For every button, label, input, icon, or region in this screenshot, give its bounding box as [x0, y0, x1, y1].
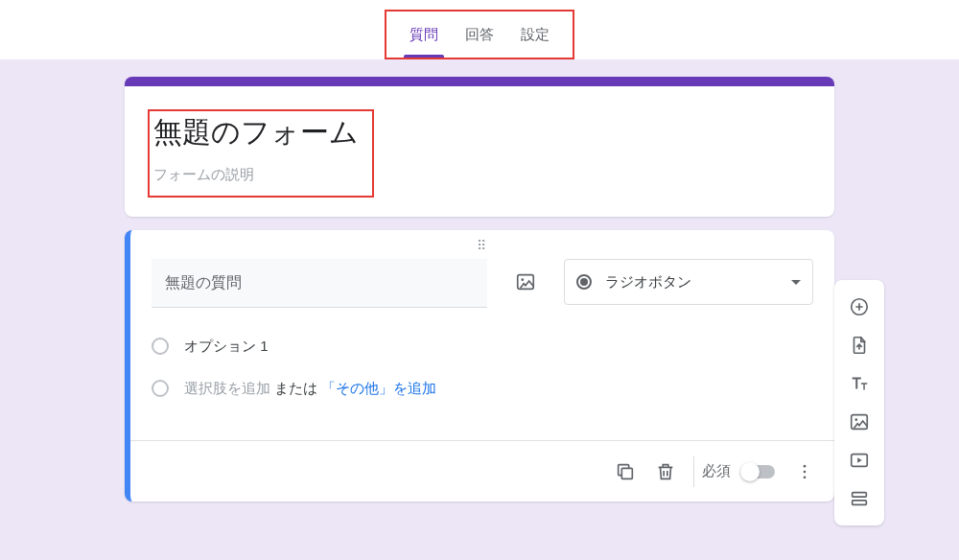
option-row[interactable]: オプション 1 [152, 325, 813, 367]
tab-settings[interactable]: 設定 [507, 12, 563, 58]
form-canvas: 無題のフォーム フォームの説明 ⠿ ラジオボタン オプション 1 選択肢を [0, 59, 959, 560]
add-question-button[interactable] [840, 288, 878, 326]
svg-rect-7 [852, 415, 868, 430]
duplicate-button[interactable] [605, 452, 645, 492]
drag-handle-icon[interactable]: ⠿ [130, 238, 834, 255]
or-text: または [274, 380, 317, 398]
import-file-icon [849, 335, 870, 356]
svg-point-4 [804, 470, 807, 473]
more-vert-icon [795, 462, 814, 481]
add-title-button[interactable] [840, 364, 878, 403]
question-top-row: ラジオボタン [130, 255, 834, 308]
svg-point-3 [804, 464, 807, 467]
question-title-input[interactable] [152, 259, 487, 308]
svg-rect-11 [853, 501, 867, 505]
separator [693, 456, 694, 487]
svg-rect-10 [853, 493, 867, 498]
tab-label: 回答 [465, 26, 494, 44]
video-icon [849, 450, 870, 471]
question-card[interactable]: ⠿ ラジオボタン オプション 1 選択肢を追加 または 「その他」を追加 [125, 230, 834, 502]
delete-button[interactable] [645, 452, 686, 492]
svg-point-8 [854, 418, 857, 421]
add-other-link[interactable]: 「その他」を追加 [321, 380, 436, 398]
tab-label: 設定 [521, 26, 550, 44]
title-tt-icon [849, 373, 870, 394]
radio-outline-icon [152, 380, 169, 397]
tab-questions[interactable]: 質問 [396, 12, 452, 58]
image-icon [515, 271, 536, 292]
trash-icon [655, 461, 676, 482]
type-select-label: ラジオボタン [605, 273, 791, 292]
required-label: 必須 [702, 462, 731, 480]
tab-label: 質問 [409, 26, 438, 44]
form-header-card[interactable]: 無題のフォーム フォームの説明 [125, 77, 834, 217]
required-toggle[interactable] [740, 465, 775, 478]
add-option-row: 選択肢を追加 または 「その他」を追加 [152, 367, 813, 409]
top-tabs-bar: 質問 回答 設定 [0, 0, 959, 59]
plus-circle-icon [849, 296, 870, 317]
floating-toolbar [834, 280, 884, 525]
add-video-button[interactable] [840, 441, 878, 479]
import-questions-button[interactable] [840, 326, 878, 364]
form-title[interactable]: 無題のフォーム [153, 113, 359, 152]
section-icon [849, 488, 870, 509]
image-icon [849, 411, 870, 432]
svg-point-1 [521, 278, 524, 281]
radio-icon [576, 274, 592, 290]
radio-outline-icon [152, 338, 169, 355]
svg-rect-0 [518, 275, 534, 290]
add-image-button[interactable] [840, 403, 878, 441]
tabs-highlight-box: 質問 回答 設定 [385, 10, 574, 59]
copy-icon [615, 461, 636, 482]
tab-responses[interactable]: 回答 [452, 12, 507, 58]
add-option-text[interactable]: 選択肢を追加 [184, 380, 270, 398]
options-list: オプション 1 選択肢を追加 または 「その他」を追加 [130, 308, 834, 413]
chevron-down-icon [791, 280, 801, 285]
question-footer: 必須 [130, 440, 834, 502]
svg-point-5 [804, 476, 807, 478]
insert-image-button[interactable] [508, 259, 543, 305]
option-label[interactable]: オプション 1 [184, 338, 269, 356]
title-highlight-box: 無題のフォーム フォームの説明 [148, 109, 374, 198]
svg-rect-2 [621, 468, 632, 478]
question-type-select[interactable]: ラジオボタン [564, 259, 813, 305]
more-options-button[interactable] [784, 452, 825, 492]
form-description[interactable]: フォームの説明 [153, 166, 359, 184]
add-section-button[interactable] [840, 479, 878, 518]
